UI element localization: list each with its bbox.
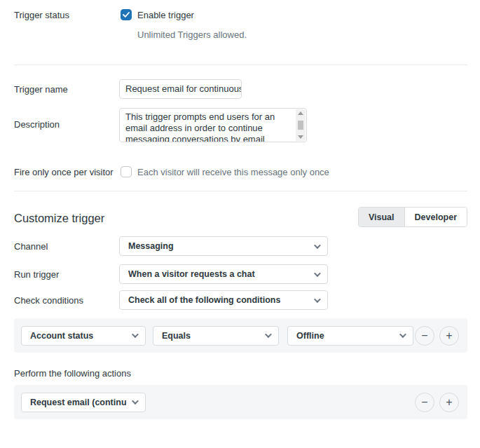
section-divider <box>14 65 467 65</box>
chevron-down-icon <box>314 270 321 277</box>
run-trigger-label: Run trigger <box>14 269 59 280</box>
remove-condition-button[interactable]: − <box>415 326 434 346</box>
checkmark-icon <box>123 12 130 18</box>
chevron-down-icon <box>399 331 406 338</box>
run-trigger-select-value: When a visitor requests a chat <box>128 269 255 279</box>
check-conditions-select[interactable]: Check all of the following conditions <box>119 290 328 310</box>
action-row: Request email (continu... − + <box>14 385 467 419</box>
chevron-down-icon <box>314 296 321 303</box>
chevron-down-icon <box>132 398 139 405</box>
tab-visual[interactable]: Visual <box>359 208 405 226</box>
remove-action-button[interactable]: − <box>415 393 434 412</box>
trigger-status-label: Trigger status <box>14 10 69 20</box>
perform-actions-label: Perform the following actions <box>14 368 131 379</box>
check-conditions-select-value: Check all of the following conditions <box>128 295 280 305</box>
channel-select[interactable]: Messaging <box>119 236 328 256</box>
run-trigger-select[interactable]: When a visitor requests a chat <box>119 264 328 284</box>
condition-value-value: Offline <box>296 331 324 341</box>
action-select[interactable]: Request email (continu... <box>21 393 146 412</box>
condition-field-select[interactable]: Account status <box>21 326 146 346</box>
condition-operator-select[interactable]: Equals <box>153 326 279 346</box>
enable-trigger-checkbox[interactable] <box>121 9 132 20</box>
customize-trigger-heading: Customize trigger <box>14 212 104 225</box>
trigger-name-input[interactable]: Request email for continuous cc <box>119 79 242 99</box>
condition-operator-value: Equals <box>162 331 191 341</box>
textarea-scrollbar[interactable] <box>296 109 306 141</box>
scroll-down-icon[interactable] <box>298 135 303 139</box>
condition-field-value: Account status <box>30 331 93 341</box>
add-action-button[interactable]: + <box>439 393 459 412</box>
condition-value-select[interactable]: Offline <box>287 326 413 346</box>
fire-once-label: Fire only once per visitor <box>14 167 114 177</box>
fire-once-checkbox[interactable] <box>121 166 132 177</box>
channel-label: Channel <box>14 241 48 252</box>
chevron-down-icon <box>314 242 321 249</box>
tab-developer[interactable]: Developer <box>405 208 467 226</box>
description-value: This trigger prompts end users for an em… <box>120 109 306 142</box>
chevron-down-icon <box>265 331 272 338</box>
scroll-up-icon[interactable] <box>298 111 303 115</box>
condition-row: Account status Equals Offline − + <box>14 318 467 353</box>
scroll-thumb[interactable] <box>298 121 303 130</box>
add-condition-button[interactable]: + <box>439 326 459 346</box>
fire-once-note: Each visitor will receive this message o… <box>137 167 329 177</box>
section-divider <box>14 191 467 191</box>
check-conditions-label: Check conditions <box>14 295 83 306</box>
description-textarea[interactable]: This trigger prompts end users for an em… <box>119 108 307 142</box>
trigger-name-value: Request email for continuous cc <box>120 80 241 97</box>
trigger-name-label: Trigger name <box>14 84 68 95</box>
triggers-allowed-note: Unlimited Triggers allowed. <box>137 29 247 40</box>
view-mode-toggle: Visual Developer <box>358 207 467 227</box>
enable-trigger-label[interactable]: Enable trigger <box>137 10 194 20</box>
action-select-value: Request email (continu... <box>30 398 126 407</box>
chevron-down-icon <box>132 331 139 338</box>
description-label: Description <box>14 119 60 130</box>
channel-select-value: Messaging <box>128 241 174 251</box>
